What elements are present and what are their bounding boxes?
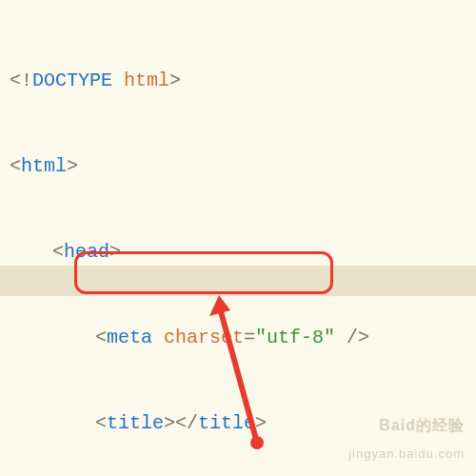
bracket: </ bbox=[175, 412, 198, 434]
bracket: <! bbox=[10, 69, 32, 91]
code-line: <!DOCTYPE html> bbox=[0, 67, 476, 95]
bracket: > bbox=[164, 412, 175, 434]
code-line: <head> bbox=[0, 238, 476, 267]
string-utf8: "utf-8" bbox=[255, 327, 335, 348]
tag-meta: meta bbox=[107, 327, 152, 348]
bracket: > bbox=[67, 155, 78, 177]
tag-html: html bbox=[21, 155, 67, 177]
tag-head: head bbox=[64, 241, 109, 263]
tag-doctype: DOCTYPE bbox=[32, 69, 112, 91]
code-editor: <!DOCTYPE html> <html> <head> <meta char… bbox=[0, 0, 476, 476]
bracket: < bbox=[52, 241, 64, 263]
bracket: < bbox=[10, 155, 21, 177]
bracket: > bbox=[169, 69, 181, 91]
equals: = bbox=[244, 327, 255, 348]
code-line: <html> bbox=[0, 152, 476, 181]
attr: html bbox=[112, 69, 169, 91]
bracket: < bbox=[95, 412, 107, 434]
watermark: Baid的经验 jingyan.baidu.com bbox=[348, 411, 465, 468]
bracket: < bbox=[95, 327, 107, 348]
tag-title: title bbox=[107, 412, 164, 434]
bracket: > bbox=[109, 241, 121, 263]
code-line: <meta charset="utf-8" /> bbox=[0, 324, 476, 352]
attr-charset: charset bbox=[152, 327, 244, 348]
bracket: /> bbox=[335, 327, 369, 348]
watermark-url: jingyan.baidu.com bbox=[348, 440, 465, 468]
watermark-title: Baid的经验 bbox=[348, 411, 465, 440]
tag-title: title bbox=[198, 412, 255, 434]
bracket: > bbox=[255, 412, 267, 434]
